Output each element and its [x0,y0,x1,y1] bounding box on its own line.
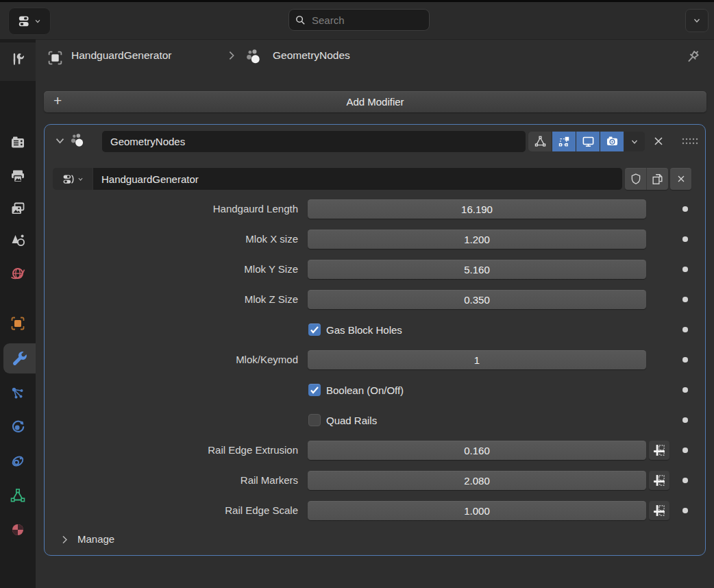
animate-decorator-dot[interactable] [682,417,688,423]
checkmark-icon [308,384,321,396]
animate-decorator-dot[interactable] [682,387,688,393]
animate-decorator-dot[interactable] [682,236,688,242]
property-label: Mlok/Keymod [45,350,298,369]
sidebar-tab-output[interactable] [0,161,36,191]
render-visibility-camera-icon [606,135,619,148]
modifier-name-input[interactable]: GeometryNodes [102,131,526,152]
property-value-field[interactable]: 16.190 [308,199,646,219]
sidebar-tab-material[interactable] [0,515,36,545]
chevron-down-icon [693,16,701,25]
panel-collapse-chevron-icon[interactable] [54,135,66,147]
checkbox-quad-rails[interactable] [308,414,321,426]
property-value: 16.190 [461,204,493,215]
on-cage-icon [534,135,547,148]
sidebar-tab-render[interactable] [0,127,36,158]
duplicate-node-group-button[interactable] [647,168,668,190]
animate-decorator-dot[interactable] [682,206,688,212]
modifier-extras-dropdown[interactable] [624,132,645,151]
animate-decorator-dot[interactable] [682,508,688,513]
node-group-browse-button[interactable] [53,168,93,190]
editor-type-dropdown[interactable] [8,8,51,35]
fake-user-shield-button[interactable] [625,168,647,190]
input-attribute-toggle-button[interactable] [649,441,669,460]
property-value-field[interactable]: 0.160 [308,441,646,460]
chevron-down-icon [34,18,41,25]
tool-icon [10,52,26,69]
breadcrumb-object-name[interactable]: HandguardGenerator [71,49,172,62]
geometry-nodes-icon [69,132,86,149]
scene-icon [10,232,26,249]
property-value-field[interactable]: 1.200 [308,230,646,249]
edit-mode-icon [558,135,571,148]
geometry-nodes-modifier-panel: GeometryNodes [44,124,706,556]
property-value: 5.160 [464,264,490,275]
realtime-monitor-icon [582,135,595,148]
animate-decorator-dot[interactable] [682,478,688,483]
object-data-icon [10,487,26,504]
animate-decorator-dot[interactable] [682,267,688,272]
property-value-field[interactable]: 5.160 [308,260,646,279]
node-tree-browse-icon [62,172,76,186]
breadcrumb: HandguardGenerator GeometryNodes [36,44,714,71]
checkbox-boolean-on-off[interactable] [308,384,321,396]
search-input[interactable]: Search [288,9,430,31]
manage-subpanel-header[interactable]: Manage [45,531,706,552]
animate-decorator-dot[interactable] [682,357,688,363]
add-modifier-button[interactable]: + Add Modifier [44,91,706,112]
sidebar-tab-object-data[interactable] [0,480,36,511]
sidebar-tab-modifiers[interactable] [3,343,36,373]
object-icon [10,315,26,332]
property-label: Mlok Y Size [45,260,298,279]
manage-subpanel-label: Manage [77,533,114,545]
constraints-icon [10,453,26,469]
property-value: 1.000 [464,505,490,517]
delete-modifier-button[interactable] [652,134,665,148]
sidebar-tab-world[interactable] [0,258,36,289]
property-label: Mlok Z Size [45,290,298,309]
sidebar-tab-tool[interactable] [0,45,36,75]
property-value-field[interactable]: 1.000 [308,501,646,520]
sidebar-tab-scene[interactable] [0,225,36,256]
animate-decorator-dot[interactable] [682,448,688,453]
geometry-nodes-icon [245,48,263,66]
breadcrumb-node-tree-name[interactable]: GeometryNodes [273,49,350,62]
toggle-render[interactable] [600,132,624,151]
physics-icon [10,419,26,435]
property-value-field[interactable]: 0.350 [308,290,646,309]
editor-menu-dropdown[interactable] [685,9,709,32]
property-label: Rail Edge Scale [45,501,298,520]
pin-icon[interactable] [684,47,702,66]
search-placeholder: Search [312,14,345,26]
chevron-down-icon [630,138,639,146]
checkbox-label[interactable]: Boolean (On/Off) [326,384,404,397]
sidebar-tab-object[interactable] [0,308,36,339]
toggle-realtime[interactable] [576,132,600,151]
chevron-right-icon [60,535,70,545]
sidebar-tab-particles[interactable] [0,378,36,408]
sidebar-tab-view-layer[interactable] [0,194,36,224]
modifier-wrench-icon [11,350,28,367]
property-value: 2.080 [464,475,490,487]
property-value: 0.160 [464,445,490,456]
checkbox-gas-block-holes[interactable] [308,323,321,336]
toggle-on-cage[interactable] [528,132,552,151]
animate-decorator-dot[interactable] [682,327,688,332]
sidebar-tab-constraints[interactable] [0,446,36,476]
close-icon [676,173,687,184]
node-group-name-input[interactable]: HandguardGenerator [93,168,622,190]
world-globe-icon [10,265,26,282]
unlink-node-group-button[interactable] [670,168,691,190]
chevron-down-icon [77,176,84,182]
drag-handle-icon[interactable] [682,137,698,145]
sidebar-tab-physics[interactable] [0,412,36,442]
animate-decorator-dot[interactable] [682,297,688,302]
checkbox-label[interactable]: Quad Rails [326,414,377,427]
input-attribute-toggle-button[interactable] [649,501,669,520]
checkbox-label[interactable]: Gas Block Holes [326,323,402,336]
toggle-edit-mode[interactable] [552,132,576,151]
spreadsheet-icon [652,474,666,487]
input-attribute-toggle-button[interactable] [649,471,669,490]
property-label: Mlok X size [45,230,298,249]
property-value-field[interactable]: 1 [308,350,646,369]
property-value-field[interactable]: 2.080 [308,471,646,490]
